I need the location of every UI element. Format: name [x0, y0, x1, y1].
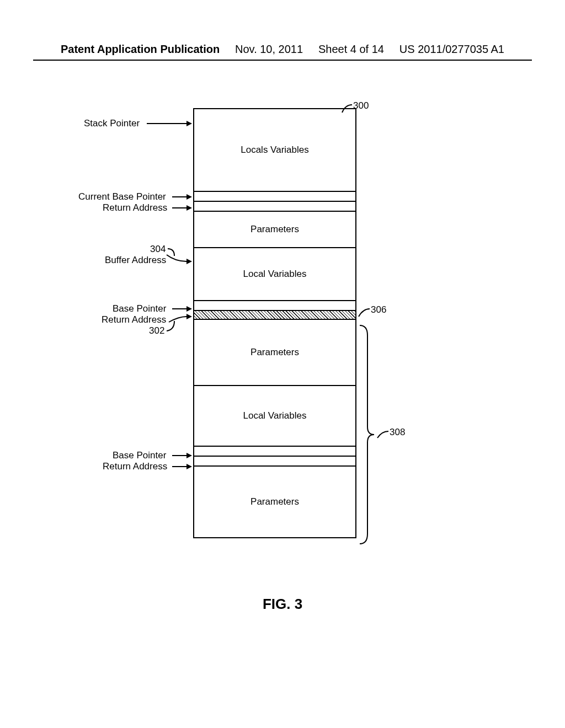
ref-300: 300	[353, 100, 369, 111]
arrow-buffer-address	[166, 254, 192, 266]
header-date: Nov. 10, 2011	[235, 43, 303, 56]
svg-marker-13	[186, 464, 192, 469]
cell-local-vars-1: Local Variables	[194, 248, 355, 301]
ref-304: 304	[150, 244, 166, 255]
cell-locals-top: Locals Variables	[194, 109, 355, 192]
cell-return-address-1	[194, 202, 355, 212]
header-sheet: Sheet 4 of 14	[318, 43, 384, 56]
svg-marker-5	[186, 205, 192, 211]
svg-marker-6	[186, 259, 192, 264]
header-left: Patent Application Publication	[61, 43, 220, 56]
brace-308	[359, 324, 375, 545]
label-base-pointer-2: Base Pointer	[113, 450, 166, 461]
cell-parameters-2: Parameters	[194, 320, 355, 386]
svg-marker-11	[186, 453, 192, 458]
callout-308-hook	[376, 430, 390, 441]
cell-local-vars-2: Local Variables	[194, 386, 355, 447]
callout-306-hook	[358, 308, 371, 319]
cell-current-base-pointer	[194, 192, 355, 202]
label-current-base-pointer: Current Base Pointer	[78, 191, 166, 202]
arrow-current-base-pointer	[172, 192, 192, 201]
svg-marker-9	[186, 314, 192, 319]
cell-base-pointer-1	[194, 301, 355, 311]
label-return-address-1: Return Address	[103, 202, 167, 213]
arrow-base-pointer-1	[172, 304, 192, 313]
page-header: Patent Application Publication Nov. 10, …	[0, 43, 565, 56]
arrow-stack-pointer	[147, 119, 192, 128]
svg-marker-1	[186, 121, 192, 126]
cell-parameters-1: Parameters	[194, 212, 355, 248]
figure-caption: FIG. 3	[0, 596, 565, 613]
header-rule	[33, 60, 532, 61]
arrow-base-pointer-2	[172, 451, 192, 460]
ref-308: 308	[390, 427, 405, 438]
label-return-address-3: Return Address	[103, 461, 167, 472]
label-stack-pointer: Stack Pointer	[84, 118, 140, 129]
header-docnum: US 2011/0277035 A1	[399, 43, 504, 56]
label-return-address-2: Return Address	[102, 314, 166, 325]
arrow-return-address-1	[172, 204, 192, 212]
label-buffer-address: Buffer Address	[105, 255, 166, 266]
cell-parameters-3: Parameters	[194, 467, 355, 537]
callout-300-hook	[340, 104, 353, 115]
cell-return-address-3	[194, 457, 355, 467]
label-base-pointer-1: Base Pointer	[113, 303, 166, 314]
callout-302-hook	[167, 321, 179, 334]
svg-marker-3	[186, 194, 192, 200]
stack-diagram: Locals Variables Parameters Local Variab…	[193, 108, 356, 538]
ref-306: 306	[371, 304, 386, 315]
cell-base-pointer-2	[194, 447, 355, 457]
ref-302: 302	[149, 325, 164, 336]
svg-marker-8	[186, 306, 192, 312]
arrow-return-address-3	[172, 462, 192, 471]
cell-hatched-return-address	[194, 311, 355, 320]
